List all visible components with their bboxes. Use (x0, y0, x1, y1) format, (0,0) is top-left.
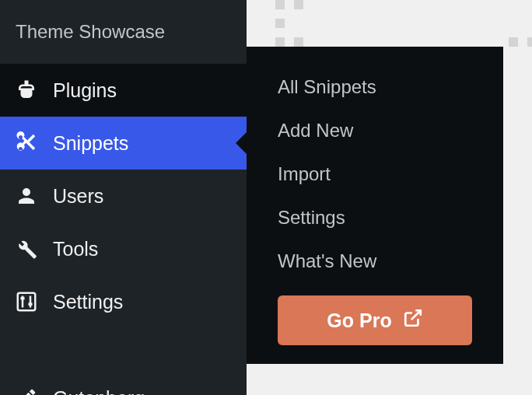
snippets-submenu: All Snippets Add New Import Settings Wha… (247, 47, 503, 364)
submenu-add-new[interactable]: Add New (247, 109, 503, 152)
menu-label: Users (53, 185, 103, 208)
sidebar-item-settings[interactable]: Settings (0, 275, 247, 328)
plugins-icon (12, 76, 40, 104)
submenu-all-snippets[interactable]: All Snippets (247, 65, 503, 109)
wrench-icon (12, 235, 40, 263)
theme-showcase-link[interactable]: Theme Showcase (0, 0, 247, 64)
pencil-icon (12, 384, 40, 395)
external-link-icon (403, 308, 423, 333)
sidebar-item-users[interactable]: Users (0, 170, 247, 222)
go-pro-button[interactable]: Go Pro (278, 295, 472, 345)
go-pro-label: Go Pro (327, 309, 391, 332)
svg-line-5 (411, 310, 421, 320)
submenu-settings[interactable]: Settings (247, 196, 503, 239)
sliders-icon (12, 288, 40, 316)
menu-label: Snippets (53, 132, 128, 155)
admin-sidebar: Theme Showcase Plugins Snippets Users (0, 0, 247, 395)
scissors-icon (12, 129, 40, 157)
svg-rect-0 (18, 293, 36, 311)
sidebar-item-plugins[interactable]: Plugins (0, 64, 247, 117)
menu-label: Settings (53, 291, 123, 313)
sidebar-item-snippets[interactable]: Snippets (0, 117, 247, 170)
menu-label: Gutenberg (53, 387, 145, 396)
menu-label: Plugins (53, 79, 117, 102)
sidebar-item-tools[interactable]: Tools (0, 222, 247, 275)
svg-rect-3 (21, 297, 25, 300)
svg-rect-4 (29, 302, 33, 306)
menu-label: Tools (53, 238, 98, 260)
user-icon (12, 182, 40, 210)
submenu-import[interactable]: Import (247, 152, 503, 196)
submenu-whats-new[interactable]: What's New (247, 239, 503, 283)
sidebar-item-gutenberg[interactable]: Gutenberg (0, 372, 247, 395)
